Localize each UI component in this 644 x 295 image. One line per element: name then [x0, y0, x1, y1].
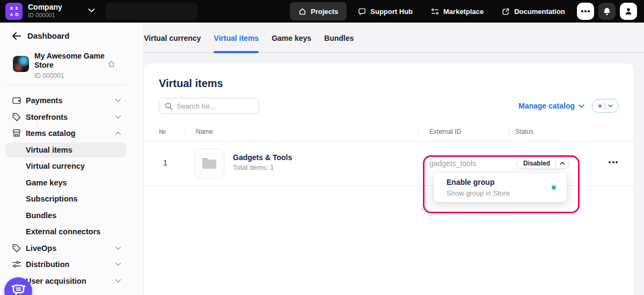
- account-button[interactable]: [620, 3, 637, 20]
- tab-virtual-items[interactable]: Virtual items: [214, 23, 259, 53]
- nav-label: Projects: [311, 8, 338, 16]
- menu-item-subtitle: Show group in Store: [447, 189, 510, 197]
- external-id-value[interactable]: gadgets_tools: [429, 159, 476, 168]
- notifications-button[interactable]: [598, 3, 616, 20]
- group-subtitle: Total items: 1: [233, 162, 292, 172]
- chevron-down-icon: [579, 104, 584, 108]
- chevron-up-icon: [560, 162, 565, 165]
- search-icon: [165, 102, 173, 110]
- back-label: Dashboard: [27, 31, 69, 40]
- menu-item-title: Enable group: [447, 178, 494, 186]
- row-number: 1: [159, 159, 172, 167]
- chevron-down-icon: [115, 98, 121, 103]
- topbar-nav: Projects Support Hub Marketplace Documen…: [290, 2, 572, 20]
- sidebar-item-virtual-items[interactable]: Virtual items: [0, 142, 144, 159]
- col-name: Name: [196, 128, 213, 135]
- enabled-status-dot: [552, 185, 556, 190]
- nav-projects[interactable]: Projects: [290, 2, 347, 20]
- bell-icon: [603, 7, 611, 16]
- topbar-placeholder-panel: [105, 3, 197, 20]
- back-to-dashboard[interactable]: Dashboard: [12, 31, 69, 40]
- manage-catalog-dropdown[interactable]: Manage catalog: [518, 102, 584, 110]
- sidebar-item-subscriptions[interactable]: Subscriptions: [0, 191, 144, 207]
- nav-label: Support Hub: [370, 8, 413, 16]
- nav-label: Marketplace: [443, 8, 484, 16]
- chat-bot-icon: [11, 284, 26, 295]
- nav-marketplace[interactable]: Marketplace: [424, 2, 491, 20]
- sidebar-item-payments[interactable]: Payments: [0, 92, 144, 109]
- sidebar-item-virtual-currency[interactable]: Virtual currency: [0, 158, 144, 175]
- sidebar-item-liveops[interactable]: LiveOps: [0, 240, 144, 257]
- company-id: ID 000001: [28, 12, 62, 19]
- company-name: Company: [28, 3, 62, 12]
- back-arrow-icon: [12, 32, 21, 40]
- col-status: Status: [515, 128, 533, 135]
- catalog-tabbar: Virtual currency Virtual items Game keys…: [144, 23, 644, 53]
- col-external-id: External ID: [429, 128, 461, 135]
- chevron-down-icon: [115, 115, 121, 119]
- folder-icon: [201, 157, 217, 170]
- project-name: My Awesome Game Store: [34, 52, 112, 70]
- add-item-split-button[interactable]: +: [592, 99, 619, 113]
- group-thumbnail: [194, 148, 224, 178]
- search-box: [159, 98, 259, 114]
- chevron-down-icon: [115, 246, 121, 250]
- top-bar: Company ID 000001 Projects Support Hub: [0, 0, 644, 23]
- sidebar: Dashboard My Awesome Game Store ID 00000…: [0, 23, 144, 295]
- page-title: Virtual items: [159, 77, 223, 90]
- status-badge: Disabled: [517, 160, 555, 167]
- projects-home-icon: [298, 8, 306, 16]
- virtual-items-card: Virtual items Manage catalog + № Name Ex…: [144, 63, 633, 295]
- tab-virtual-currency[interactable]: Virtual currency: [144, 23, 201, 53]
- nav-label: Documentation: [514, 8, 565, 16]
- sidebar-item-game-keys[interactable]: Game keys: [0, 175, 144, 191]
- sidebar-item-items-catalog[interactable]: Items catalog: [0, 125, 144, 142]
- status-dropdown-trigger[interactable]: Disabled: [516, 157, 569, 169]
- home-icon: [107, 60, 115, 68]
- person-icon: [624, 7, 633, 16]
- logo-pixel-art-icon: [5, 3, 23, 20]
- sidebar-menu: Payments Storefronts Items catalog: [0, 92, 144, 289]
- tag-icon: [12, 112, 21, 122]
- nav-documentation[interactable]: Documentation: [495, 2, 572, 20]
- sidebar-item-distribution[interactable]: Distribution: [0, 256, 144, 273]
- tab-bundles[interactable]: Bundles: [324, 23, 354, 53]
- column-separator: [509, 127, 509, 135]
- sidebar-item-storefronts[interactable]: Storefronts: [0, 109, 144, 126]
- project-id: ID 000001: [34, 72, 64, 80]
- topbar-actions: [577, 3, 637, 20]
- external-link-icon: [502, 8, 510, 16]
- group-name: Gadgets & Tools: [233, 153, 292, 162]
- tab-game-keys[interactable]: Game keys: [272, 23, 311, 53]
- split-divider: [605, 102, 605, 110]
- search-input[interactable]: [177, 98, 256, 113]
- col-num: №: [159, 128, 166, 135]
- company-logo[interactable]: [5, 3, 23, 20]
- nav-support-hub[interactable]: Support Hub: [351, 2, 420, 20]
- marketplace-icon: [431, 8, 439, 16]
- enable-group-menu-item[interactable]: Enable group Show group in Store: [434, 173, 567, 202]
- chevron-down-icon: [115, 279, 121, 283]
- sidebar-item-external-connectors[interactable]: External connectors: [0, 224, 144, 240]
- ticket-icon: [12, 243, 21, 253]
- sidebar-divider: [5, 85, 126, 85]
- sidebar-item-bundles[interactable]: Bundles: [0, 207, 144, 224]
- chevron-up-icon: [115, 131, 121, 135]
- ellipsis-icon: [581, 10, 590, 12]
- column-separator: [418, 127, 418, 135]
- wallet-icon: [12, 96, 21, 105]
- plus-icon: +: [598, 102, 603, 110]
- storefront-icon: [12, 128, 21, 138]
- chevron-down-icon: [115, 262, 121, 267]
- project-avatar: [13, 56, 29, 72]
- column-separator: [185, 127, 186, 135]
- group-name-cell: Gadgets & Tools Total items: 1: [233, 153, 292, 172]
- more-options-button[interactable]: [577, 3, 594, 20]
- company-selector[interactable]: Company ID 000001: [28, 3, 62, 19]
- chevron-down-icon: [608, 104, 613, 107]
- support-chat-icon: [358, 8, 366, 16]
- sliders-icon: [12, 260, 21, 269]
- table-header: № Name External ID Status: [144, 123, 633, 141]
- row-actions-button[interactable]: [609, 161, 618, 163]
- chevron-down-icon[interactable]: [88, 8, 95, 13]
